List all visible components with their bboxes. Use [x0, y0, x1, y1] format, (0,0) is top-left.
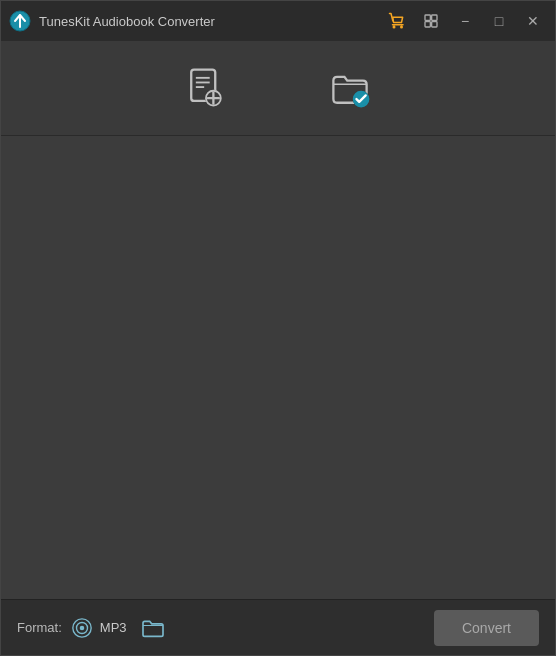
app-title: TunesKit Audiobook Converter — [39, 14, 383, 29]
app-logo — [9, 10, 31, 32]
maximize-button[interactable]: □ — [485, 7, 513, 35]
output-folder-button[interactable] — [139, 616, 167, 640]
format-value: MP3 — [100, 620, 127, 635]
switch-button[interactable] — [417, 7, 445, 35]
svg-rect-3 — [425, 22, 430, 27]
convert-button[interactable]: Convert — [434, 610, 539, 646]
close-button[interactable]: ✕ — [519, 7, 547, 35]
bottom-bar: Format: MP3 Convert — [1, 599, 555, 655]
open-folder-button[interactable] — [318, 56, 382, 120]
title-bar-actions: − □ ✕ — [383, 7, 547, 35]
add-files-button[interactable] — [174, 56, 238, 120]
app-window: TunesKit Audiobook Converter — [0, 0, 556, 656]
svg-rect-1 — [425, 15, 430, 20]
cart-button[interactable] — [383, 7, 411, 35]
svg-rect-4 — [432, 22, 437, 27]
main-content — [1, 136, 555, 599]
title-bar: TunesKit Audiobook Converter — [1, 1, 555, 41]
toolbar — [1, 41, 555, 136]
format-label: Format: — [17, 620, 62, 635]
svg-rect-2 — [432, 15, 437, 20]
format-icon-button[interactable] — [70, 616, 94, 640]
minimize-button[interactable]: − — [451, 7, 479, 35]
svg-point-17 — [80, 625, 85, 630]
